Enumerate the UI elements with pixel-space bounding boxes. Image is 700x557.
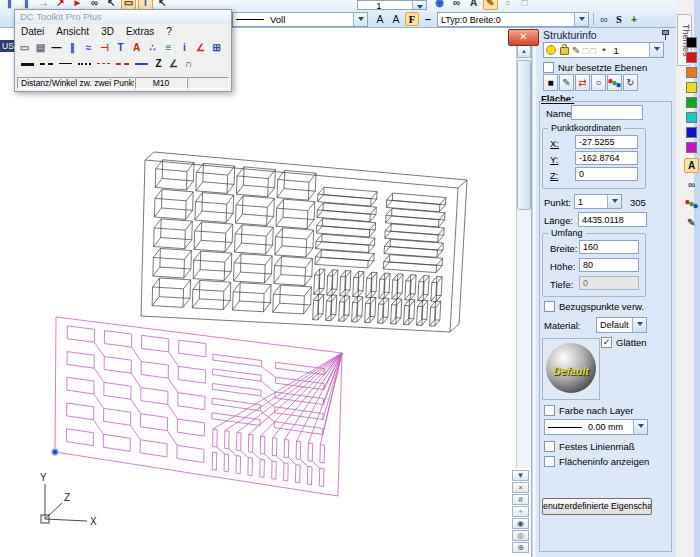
polyline-icon[interactable]: ≈ <box>81 40 96 55</box>
line-style-5[interactable] <box>116 63 129 66</box>
material-dropdown-button[interactable] <box>632 318 646 332</box>
palette-color-2[interactable] <box>686 67 697 78</box>
line-style-6[interactable] <box>135 63 148 66</box>
drawing-area[interactable]: YXZ <box>0 27 516 557</box>
zoom-window-button[interactable]: ◉ <box>512 518 529 529</box>
palette-color-7[interactable] <box>686 142 697 153</box>
x-input[interactable]: -27.5255 <box>575 135 638 149</box>
circle-icon[interactable]: ○ <box>591 74 606 91</box>
flaecheninfo-checkbox[interactable] <box>544 456 555 467</box>
custom-properties-button[interactable]: enutzerdefinierte Eigenschafte <box>542 498 652 515</box>
palette-color-0[interactable] <box>686 37 697 48</box>
view-a-icon[interactable]: ∞ <box>449 0 464 10</box>
hand-snap-icon[interactable]: + <box>627 12 641 26</box>
z-order-icon[interactable]: Z <box>151 56 166 71</box>
parallel-icon[interactable]: ∥ <box>65 40 80 55</box>
hoehe-input[interactable]: 80 <box>579 258 639 272</box>
farbe-layer-checkbox[interactable] <box>544 405 555 416</box>
layers-icon[interactable]: ≡ <box>161 40 176 55</box>
nur-besetzte-checkbox[interactable] <box>543 62 554 73</box>
colors-icon[interactable]: ● <box>684 196 699 211</box>
layer-select[interactable]: 1 <box>357 0 427 10</box>
angle-icon[interactable]: ∠ <box>166 56 181 71</box>
pin-icon[interactable] <box>661 30 670 40</box>
punkt-dropdown-button[interactable] <box>607 195 621 208</box>
palette-icon[interactable]: ● <box>607 74 622 91</box>
zoom-extents-button[interactable]: ◎ <box>512 530 529 541</box>
bezugspunkte-checkbox[interactable] <box>544 301 555 312</box>
dc-toolkit-window[interactable]: DC Toolkit Pro Plus DateiAnsicht3DExtras… <box>14 9 232 92</box>
layer-filter-select[interactable]: ✎ □ □ * 1 <box>543 42 664 58</box>
font-smaller-button[interactable]: A <box>389 12 403 26</box>
glasses-icon[interactable]: ∞ <box>597 12 611 26</box>
zoom-in-button[interactable]: ⊕ <box>512 542 529 553</box>
text-a-icon[interactable]: A <box>466 0 481 10</box>
scroll-up-button[interactable]: ▲ <box>517 45 531 58</box>
menu-item-3[interactable]: Extras <box>126 26 154 39</box>
y-input[interactable]: -162.8764 <box>575 151 638 165</box>
line-style-0[interactable] <box>21 63 34 67</box>
scroll-menu-button[interactable]: ▼ <box>512 470 529 481</box>
name-input[interactable] <box>571 105 643 120</box>
arc-icon[interactable]: ∩ <box>181 56 196 71</box>
pan-button[interactable]: + <box>512 506 529 517</box>
pen-icon[interactable]: ✎ <box>684 215 699 230</box>
grab-icon[interactable]: ✎ <box>483 0 498 10</box>
menu-item-1[interactable]: Ansicht <box>56 26 89 39</box>
rotate-icon[interactable]: ↻ <box>623 74 638 91</box>
text-style-button[interactable]: A <box>684 158 699 173</box>
copy-icon[interactable]: ▤ <box>33 40 48 55</box>
font-button[interactable]: F <box>405 12 419 26</box>
angle-measure-icon[interactable]: ∠ <box>193 40 208 55</box>
menu-item-0[interactable]: Datei <box>21 26 44 39</box>
breite-input[interactable]: 160 <box>579 240 639 254</box>
palette-color-1[interactable] <box>686 52 697 63</box>
layer-dropdown-button[interactable] <box>412 1 426 9</box>
linewidth-select[interactable]: 0.00 mm <box>544 419 648 435</box>
palette-color-5[interactable] <box>686 112 697 123</box>
line-button[interactable]: – <box>421 12 435 26</box>
z-input[interactable]: 0 <box>575 167 638 181</box>
menu-item-4[interactable]: ? <box>166 26 172 39</box>
dimension-icon[interactable]: ⊣ <box>97 40 112 55</box>
swap-arrows-icon[interactable]: ⇄ <box>575 74 590 91</box>
letter-icon[interactable]: A <box>129 40 144 55</box>
sphere-icon[interactable]: ◉ <box>432 0 447 10</box>
close-view-button[interactable]: × <box>512 482 529 493</box>
glasses-icon[interactable]: ∞ <box>684 177 699 192</box>
linestyle-dropdown-button[interactable] <box>353 13 367 26</box>
ltyp-dropdown-button[interactable] <box>574 13 588 26</box>
black-square-icon[interactable]: ■ <box>543 74 558 91</box>
palette-color-6[interactable] <box>686 127 697 138</box>
text-icon[interactable]: T <box>113 40 128 55</box>
disabled-box-icon[interactable]: □ <box>517 0 532 10</box>
thick-line-icon[interactable]: — <box>49 40 64 55</box>
material-select[interactable]: Default <box>596 317 647 333</box>
drawing-canvas[interactable]: YXZ <box>0 27 516 557</box>
scroll-thumb[interactable] <box>517 60 531 210</box>
menu-item-2[interactable]: 3D <box>101 26 114 39</box>
line-style-1[interactable] <box>40 63 53 66</box>
palette-color-3[interactable] <box>686 82 697 93</box>
disabled-circle-icon[interactable]: ○ <box>500 0 515 10</box>
linestyle-select[interactable]: Voll <box>232 12 368 27</box>
grid-toggle-button[interactable]: # <box>512 494 529 505</box>
glaetten-checkbox[interactable]: ✓ <box>601 337 612 348</box>
points-icon[interactable]: ∴ <box>145 40 160 55</box>
layer-filter-dropdown-button[interactable] <box>649 43 663 57</box>
close-document-button[interactable]: ✕ <box>508 29 539 46</box>
spline-button[interactable]: S <box>612 12 626 26</box>
panel-icon[interactable]: ⊞ <box>209 40 224 55</box>
markup-icon[interactable]: ✎ <box>559 74 574 91</box>
laenge-input[interactable]: 4435.0118 <box>578 212 647 227</box>
line-style-2[interactable] <box>59 63 72 65</box>
line-style-4[interactable] <box>97 63 110 65</box>
festes-checkbox[interactable] <box>544 441 555 452</box>
punkt-select[interactable]: 1 <box>574 194 622 209</box>
ltyp-select[interactable]: LTyp:0 Breite:0 <box>437 12 589 27</box>
vertical-scrollbar[interactable]: ▲ <box>516 44 532 468</box>
linewidth-dropdown-button[interactable] <box>633 420 647 434</box>
line-style-3[interactable] <box>78 63 91 66</box>
screen-icon[interactable]: ▭ <box>17 40 32 55</box>
palette-color-4[interactable] <box>686 97 697 108</box>
